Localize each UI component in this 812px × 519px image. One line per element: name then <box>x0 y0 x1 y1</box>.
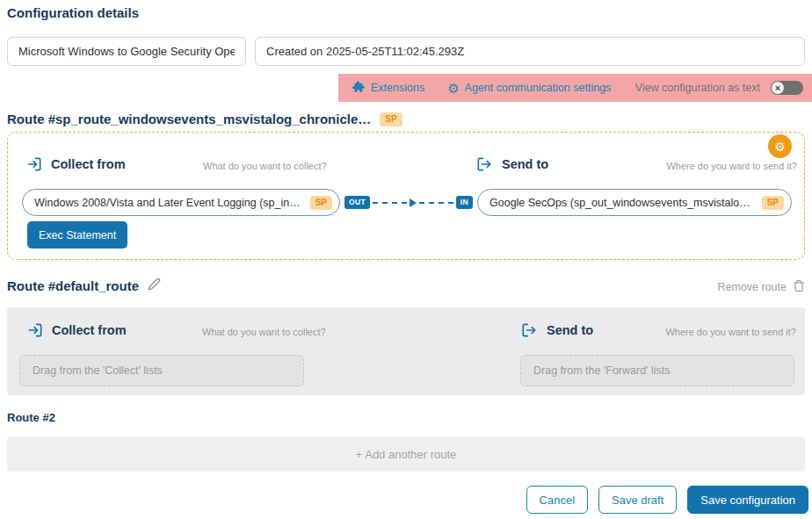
view-as-text-toggle[interactable]: × <box>771 81 803 95</box>
connection-line: OUT IN <box>340 196 477 209</box>
forward-dropzone[interactable]: Drag from the 'Forward' lists <box>520 355 794 386</box>
send-to-label: Send to <box>502 157 548 171</box>
configuration-page: Configuration details Extensions ⚙ Agent… <box>0 0 812 519</box>
default-route-header: Route #default_route Remove route <box>7 278 805 297</box>
exec-statement-button[interactable]: Exec Statement <box>27 221 127 249</box>
remove-route-button[interactable]: Remove route <box>717 279 805 295</box>
route1-header: Route #sp_route_windowsevents_msvistalog… <box>7 112 402 126</box>
in-badge: IN <box>456 196 473 209</box>
save-configuration-button[interactable]: Save configuration <box>687 486 808 514</box>
route1-card: ⚙ Collect from What do you want to colle… <box>7 132 805 260</box>
add-route-button[interactable]: + Add another route <box>7 436 805 472</box>
source-pill-label: Windows 2008/Vista and Later Event Loggi… <box>34 197 303 209</box>
collect-dropzone[interactable]: Drag from the 'Collect' lists <box>19 355 304 386</box>
add-route-label: + Add another route <box>356 448 457 461</box>
destination-pill[interactable]: Google SecOps (sp_out_windowsevents_msvi… <box>477 189 792 216</box>
extensions-label: Extensions <box>371 82 424 94</box>
arrow-right-icon <box>410 198 417 207</box>
dashed-line <box>419 202 453 204</box>
gear-icon: ⚙ <box>447 82 459 95</box>
collect-from-label: Collect from <box>51 157 126 171</box>
puzzle-icon <box>352 80 366 96</box>
route2-title: Route #2 <box>7 411 55 424</box>
dashed-line <box>373 202 407 204</box>
source-pill[interactable]: Windows 2008/Vista and Later Event Loggi… <box>22 189 340 216</box>
default-route-card: Collect from What do you want to collect… <box>7 307 805 395</box>
cancel-button[interactable]: Cancel <box>526 486 588 514</box>
destination-pill-label: Google SecOps (sp_out_windowsevents_msvi… <box>489 197 755 209</box>
page-title: Configuration details <box>7 5 139 20</box>
collect-from-icon <box>25 155 43 173</box>
view-as-text-label: View configuration as text <box>635 82 760 94</box>
trash-icon <box>793 279 805 295</box>
footer-actions: Cancel Save draft Save configuration <box>526 486 808 514</box>
collect-from-hint: What do you want to collect? <box>203 161 327 171</box>
route-settings-button[interactable]: ⚙ <box>768 134 792 158</box>
destination-sp-badge: SP <box>762 196 784 210</box>
send-to-icon <box>520 321 538 339</box>
config-toolbar: Extensions ⚙ Agent communication setting… <box>338 74 812 102</box>
collect-from-hint: What do you want to collect? <box>202 327 326 337</box>
save-draft-button[interactable]: Save draft <box>598 486 677 514</box>
remove-route-label: Remove route <box>717 281 787 293</box>
agent-settings-button[interactable]: ⚙ Agent communication settings <box>447 82 611 95</box>
default-route-title: Route #default_route <box>7 278 139 293</box>
source-sp-badge: SP <box>310 196 332 210</box>
route1-title: Route #sp_route_windowsevents_msvistalog… <box>7 112 371 126</box>
send-to-hint: Where do you want to send it? <box>666 161 797 171</box>
send-to-hint: Where do you want to send it? <box>665 327 796 337</box>
agent-settings-label: Agent communication settings <box>465 82 612 94</box>
collect-from-label: Collect from <box>52 323 127 337</box>
gear-icon: ⚙ <box>774 141 786 153</box>
send-to-icon <box>475 155 493 173</box>
config-description-input[interactable] <box>255 37 805 66</box>
send-to-label: Send to <box>547 323 593 337</box>
config-name-input[interactable] <box>7 37 246 66</box>
collect-from-icon <box>26 321 44 339</box>
toggle-close-icon: × <box>772 82 784 94</box>
extensions-button[interactable]: Extensions <box>352 80 424 96</box>
out-badge: OUT <box>344 196 370 209</box>
edit-icon[interactable] <box>148 278 161 294</box>
route1-sp-badge: SP <box>380 112 402 126</box>
route1-connection-row: Windows 2008/Vista and Later Event Loggi… <box>22 189 792 216</box>
